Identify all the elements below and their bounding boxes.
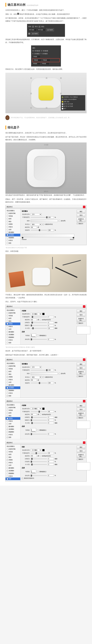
contour-preview[interactable] xyxy=(31,428,36,432)
style-item[interactable]: 内阴影 xyxy=(6,223,20,226)
style-item[interactable]: 斜面和浮雕 xyxy=(6,365,20,368)
style-item[interactable]: 图案叠加 xyxy=(6,236,20,239)
style-item[interactable]: 斜面和浮雕 xyxy=(6,212,20,215)
style-item[interactable]: 外发光 xyxy=(6,339,20,342)
checkbox[interactable] xyxy=(7,374,8,375)
style-item[interactable]: 等高线 xyxy=(6,409,20,412)
style-item[interactable]: 等高线 xyxy=(6,215,20,218)
checkbox[interactable] xyxy=(7,451,8,452)
style-item[interactable]: 内阴影 xyxy=(6,376,20,378)
close-icon[interactable]: × xyxy=(83,206,85,208)
checkbox[interactable] xyxy=(7,415,8,416)
gradient-preview[interactable] xyxy=(31,372,58,375)
style-item[interactable]: 混合选项默认 xyxy=(6,445,20,448)
style-item-active[interactable]: 内阴影 xyxy=(6,417,20,420)
checkbox[interactable] xyxy=(7,454,8,455)
checkbox[interactable] xyxy=(7,226,8,228)
noise-slider[interactable] xyxy=(31,339,47,340)
distance-input[interactable] xyxy=(48,458,54,460)
distance-input[interactable] xyxy=(48,416,54,418)
checkbox[interactable] xyxy=(7,434,8,436)
style-item[interactable]: 描边 xyxy=(6,456,20,458)
style-select[interactable]: 线性 xyxy=(31,223,42,226)
gradient-stop[interactable] xyxy=(22,237,24,239)
noise-input[interactable] xyxy=(48,433,54,435)
checkbox-checked[interactable] xyxy=(77,376,78,377)
checkbox[interactable] xyxy=(7,212,8,214)
style-item[interactable]: 描边 xyxy=(6,320,20,322)
style-item[interactable]: 混合选项默认 xyxy=(6,404,20,406)
blend-select[interactable]: 正常 xyxy=(31,213,42,216)
opacity-slider[interactable] xyxy=(31,453,47,454)
cancel-button[interactable]: 取消 xyxy=(77,214,85,217)
style-item[interactable]: 描边 xyxy=(6,373,20,376)
transform-handle[interactable] xyxy=(30,78,32,79)
style-select[interactable]: 线性 xyxy=(31,376,42,378)
scale-slider[interactable] xyxy=(31,383,47,383)
checkbox[interactable] xyxy=(37,471,38,472)
checkbox-checked[interactable] xyxy=(7,418,8,419)
checkbox-checked[interactable] xyxy=(7,428,8,430)
opacity-input[interactable] xyxy=(48,216,54,218)
blend-select[interactable]: 正片叠底 xyxy=(31,408,42,410)
noise-input[interactable] xyxy=(48,474,54,476)
checkbox[interactable] xyxy=(7,326,8,327)
checkbox[interactable] xyxy=(7,371,8,372)
checkbox[interactable] xyxy=(7,240,8,241)
style-item[interactable]: 渐变叠加 xyxy=(6,428,20,430)
noise-input[interactable] xyxy=(48,338,54,340)
style-item[interactable]: 光泽 xyxy=(6,381,20,384)
checkbox[interactable] xyxy=(7,423,8,425)
checkbox-checked[interactable] xyxy=(7,459,8,461)
checkbox[interactable] xyxy=(7,476,8,477)
opacity-input[interactable] xyxy=(48,410,54,412)
checkbox[interactable] xyxy=(37,335,38,336)
new-style-button[interactable]: 新建样式(W)... xyxy=(77,412,85,416)
style-item[interactable]: 颜色叠加 xyxy=(6,467,20,470)
close-icon[interactable]: × xyxy=(83,442,85,444)
style-item-active[interactable]: 投影 xyxy=(6,478,20,480)
checkbox[interactable] xyxy=(58,373,60,374)
style-item-active[interactable]: 渐变叠加 xyxy=(6,234,20,236)
style-item[interactable]: 光泽 xyxy=(6,328,20,330)
checkbox[interactable] xyxy=(58,220,60,222)
checkbox[interactable] xyxy=(7,366,8,367)
checkbox[interactable] xyxy=(7,382,8,383)
checkbox-checked[interactable] xyxy=(7,437,8,438)
cancel-button[interactable]: 取消 xyxy=(77,366,85,370)
style-item[interactable]: 纹理 xyxy=(6,218,20,220)
checkbox-checked[interactable] xyxy=(7,478,8,480)
new-style-button[interactable]: 新建样式(W)... xyxy=(77,370,85,375)
corner-input[interactable] xyxy=(41,62,50,65)
checkbox-checked[interactable] xyxy=(77,223,78,224)
checkbox[interactable] xyxy=(7,237,8,238)
checkbox[interactable] xyxy=(7,328,8,330)
checkbox[interactable] xyxy=(7,218,8,220)
checkbox[interactable] xyxy=(7,368,8,370)
checkbox[interactable] xyxy=(7,390,8,391)
checkbox[interactable] xyxy=(7,412,8,414)
checkbox[interactable] xyxy=(40,455,41,457)
checkbox-checked[interactable] xyxy=(42,224,44,225)
distance-slider[interactable] xyxy=(31,322,47,323)
angle-input[interactable] xyxy=(31,379,37,381)
style-item[interactable]: 内发光 xyxy=(6,461,20,464)
checkbox-checked[interactable] xyxy=(7,395,8,397)
style-item[interactable]: 光泽 xyxy=(6,422,20,425)
style-item[interactable]: 纹理 xyxy=(6,412,20,414)
ok-button[interactable]: 确定 xyxy=(77,210,85,213)
checkbox-checked[interactable] xyxy=(7,376,8,378)
style-item[interactable]: 等高线 xyxy=(6,368,20,370)
effect-button[interactable]: 盒子效果 xyxy=(31,32,39,35)
distance-input[interactable] xyxy=(48,322,54,324)
style-item[interactable]: 投影 xyxy=(6,436,20,439)
ok-button[interactable]: 确定 xyxy=(77,446,85,449)
transform-handle[interactable] xyxy=(46,107,47,108)
transform-handle[interactable] xyxy=(46,78,47,79)
checkbox-checked[interactable] xyxy=(7,470,8,472)
close-icon[interactable]: × xyxy=(83,305,85,308)
fill-icon[interactable] xyxy=(32,26,34,28)
new-style-button[interactable]: 新建样式(W)... xyxy=(77,317,85,322)
distance-slider[interactable] xyxy=(31,417,47,418)
opacity-input[interactable] xyxy=(48,369,54,371)
